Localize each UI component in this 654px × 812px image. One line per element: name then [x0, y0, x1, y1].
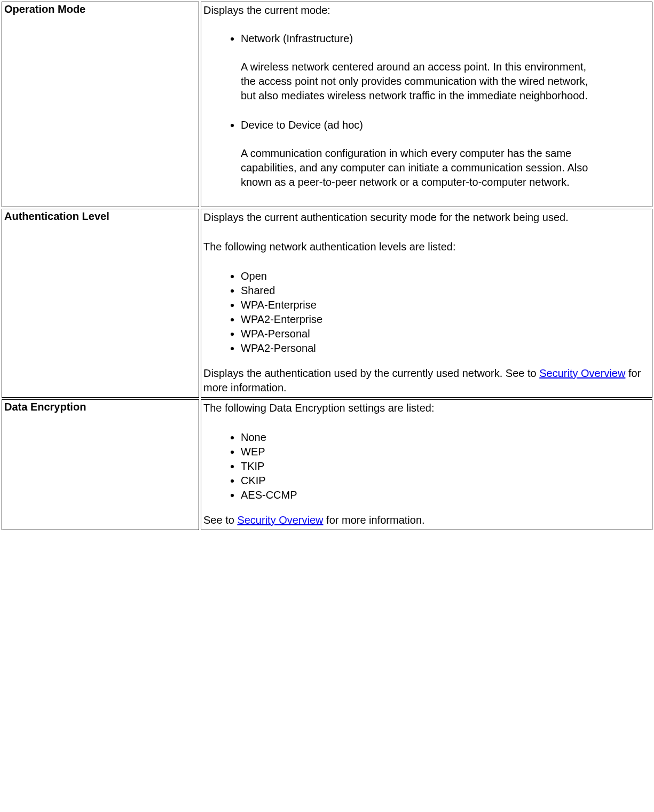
table-row: Authentication Level Displays the curren…: [2, 209, 652, 398]
intro-text: Displays the current mode:: [203, 3, 650, 18]
list-item: CKIP: [241, 474, 650, 488]
row-label: Data Encryption: [2, 399, 199, 530]
list-item: Device to Device (ad hoc) A communicatio…: [241, 119, 650, 190]
outro-text: See to Security Overview for more inform…: [203, 513, 650, 527]
mode-list: Network (Infrastructure) A wireless netw…: [203, 33, 650, 190]
auth-list: Open Shared WPA-Enterprise WPA2-Enterpri…: [203, 269, 650, 356]
list-item: TKIP: [241, 459, 650, 474]
row-label: Authentication Level: [2, 209, 199, 398]
list-item: None: [241, 430, 650, 445]
item-description: A communication configuration in which e…: [241, 146, 650, 190]
outro-post: for more information.: [324, 514, 425, 526]
row-description: Displays the current authentication secu…: [201, 209, 652, 398]
item-description: A wireless network centered around an ac…: [241, 60, 650, 103]
list-item: WPA2-Enterprise: [241, 312, 650, 327]
row-description: The following Data Encryption settings a…: [201, 399, 652, 530]
row-description: Displays the current mode: Network (Infr…: [201, 2, 652, 207]
list-item: Network (Infrastructure) A wireless netw…: [241, 33, 650, 103]
list-item: Open: [241, 269, 650, 283]
outro-text: Displays the authentication used by the …: [203, 366, 650, 395]
paragraph: The following network authentication lev…: [203, 240, 650, 254]
table-row: Operation Mode Displays the current mode…: [2, 2, 652, 207]
intro-text: The following Data Encryption settings a…: [203, 401, 650, 415]
row-label: Operation Mode: [2, 2, 199, 207]
table-row: Data Encryption The following Data Encry…: [2, 399, 652, 530]
outro-pre: Displays the authentication used by the …: [203, 367, 539, 379]
outro-pre: See to: [203, 514, 237, 526]
item-title: Device to Device (ad hoc): [241, 119, 363, 131]
item-title: Network (Infrastructure): [241, 33, 353, 44]
properties-table: Operation Mode Displays the current mode…: [0, 0, 654, 532]
list-item: AES-CCMP: [241, 488, 650, 502]
encryption-list: None WEP TKIP CKIP AES-CCMP: [203, 430, 650, 502]
list-item: WPA-Enterprise: [241, 298, 650, 312]
intro-text: Displays the current authentication secu…: [203, 210, 650, 225]
security-overview-link[interactable]: Security Overview: [539, 367, 625, 379]
list-item: WEP: [241, 445, 650, 459]
security-overview-link[interactable]: Security Overview: [237, 514, 323, 526]
list-item: Shared: [241, 283, 650, 298]
list-item: WPA-Personal: [241, 327, 650, 341]
list-item: WPA2-Personal: [241, 341, 650, 356]
